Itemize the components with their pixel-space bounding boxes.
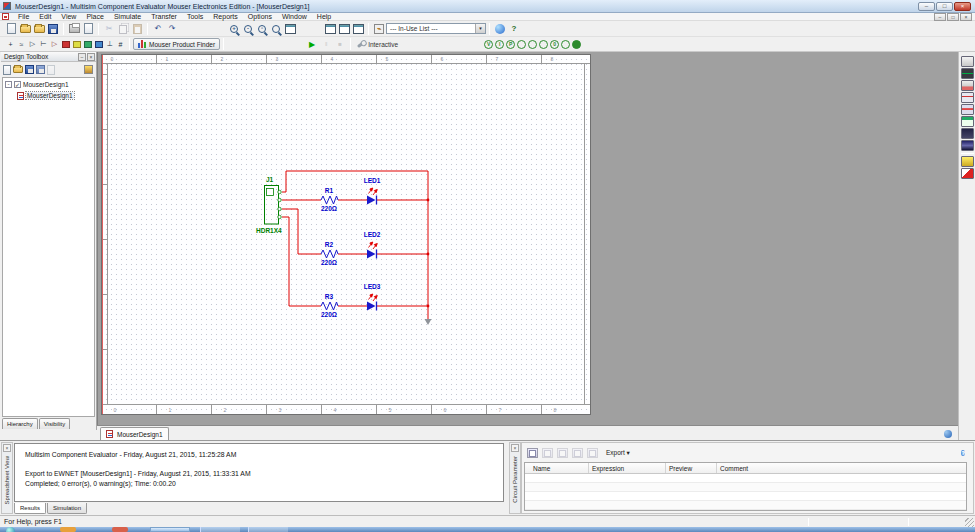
menu-view[interactable]: View [56, 13, 81, 21]
probe-ref-voltage-icon[interactable] [539, 40, 548, 49]
probe-digital-icon[interactable]: 0 [550, 40, 559, 49]
menu-transfer[interactable]: Transfer [146, 13, 182, 21]
wattmeter-button[interactable] [961, 80, 974, 91]
logic-analyzer-button[interactable] [961, 140, 974, 151]
taskbar-item[interactable] [200, 527, 240, 532]
zoom-full-button[interactable] [283, 22, 297, 36]
place-indicator-button[interactable] [93, 38, 104, 50]
taskbar-item[interactable] [60, 527, 76, 532]
open-design-icon[interactable] [13, 66, 23, 73]
place-basic-button[interactable]: ≈ [16, 38, 27, 50]
menu-reports[interactable]: Reports [208, 13, 243, 21]
toggle-design-toolbox-button[interactable] [323, 22, 337, 36]
delete-icon[interactable] [47, 65, 55, 75]
zoom-fit-button[interactable] [269, 22, 283, 36]
place-cmos-button[interactable] [71, 38, 82, 50]
probe-voltage-icon[interactable]: V [484, 40, 493, 49]
column-expression[interactable]: Expression [592, 463, 624, 474]
add-parameter-button[interactable] [527, 448, 538, 458]
probe-volt-current-icon[interactable] [528, 40, 537, 49]
mdi-document-icon[interactable] [2, 13, 9, 20]
mdi-restore-button[interactable]: □ [947, 13, 959, 21]
tree-child-label[interactable]: MouserDesign1 [26, 92, 74, 99]
mdi-close-button[interactable]: × [960, 13, 972, 21]
menu-options[interactable]: Options [243, 13, 277, 21]
place-transistor-button[interactable]: ⊢ [38, 38, 49, 50]
probe-settings-icon[interactable] [572, 40, 581, 49]
menu-place[interactable]: Place [81, 13, 109, 21]
undo-button[interactable]: ↶ [151, 22, 165, 36]
toggle-netlist-viewer-button[interactable] [351, 22, 365, 36]
resistor-r1[interactable]: R1 220Ω [321, 187, 338, 212]
table-row[interactable] [525, 501, 966, 510]
multimeter-button[interactable] [961, 56, 974, 67]
bode-plotter-button[interactable] [961, 116, 974, 127]
tab-visibility[interactable]: Visibility [39, 418, 71, 429]
place-misc-digital-button[interactable] [82, 38, 93, 50]
menu-simulate[interactable]: Simulate [109, 13, 146, 21]
start-orb[interactable] [6, 527, 15, 532]
tree-root-row[interactable]: - ✓ MouserDesign1 [3, 80, 94, 89]
connector-j1[interactable]: J1 HDR1X4 [256, 176, 282, 234]
tree-root-label[interactable]: MouserDesign1 [23, 81, 69, 88]
probe-current-icon[interactable]: I [495, 40, 504, 49]
place-connector-button[interactable]: # [115, 38, 126, 50]
pause-simulation-button[interactable]: ‖ [319, 37, 333, 51]
table-row[interactable] [525, 474, 966, 483]
print-button[interactable] [67, 22, 81, 36]
current-clamp-button[interactable] [961, 168, 974, 179]
tree-checkbox[interactable]: ✓ [14, 81, 21, 88]
zoom-in-button[interactable]: + [227, 22, 241, 36]
results-output[interactable]: Multisim Component Evaluator - Friday, A… [14, 443, 504, 502]
four-channel-oscilloscope-button[interactable] [961, 104, 974, 115]
maximize-button[interactable]: □ [936, 2, 953, 11]
save-button[interactable] [46, 22, 60, 36]
zoom-out-button[interactable]: - [241, 22, 255, 36]
tab-results[interactable]: Results [14, 503, 46, 514]
redo-button[interactable]: ↷ [165, 22, 179, 36]
help-button[interactable]: ? [961, 450, 965, 456]
place-diode-button[interactable]: ▷ [27, 38, 38, 50]
place-analog-button[interactable]: ▷ [49, 38, 60, 50]
taskbar-item[interactable] [248, 527, 288, 532]
oscilloscope-button[interactable] [961, 92, 974, 103]
column-comment[interactable]: Comment [720, 463, 748, 474]
table-row[interactable] [525, 483, 966, 492]
cut-button[interactable]: ✂ [102, 22, 116, 36]
circuit-parameters-close-button[interactable]: × [511, 444, 519, 452]
labview-instrument-button[interactable] [961, 156, 974, 167]
new-sheet-icon[interactable] [3, 65, 11, 75]
tab-hierarchy[interactable]: Hierarchy [2, 418, 38, 429]
new-button[interactable] [4, 22, 18, 36]
open-sample-button[interactable] [32, 22, 46, 36]
taskbar-item-active[interactable] [150, 527, 190, 532]
stop-simulation-button[interactable]: ■ [333, 37, 347, 51]
design-settings-icon[interactable] [84, 65, 93, 74]
zoom-area-button[interactable]: ▫ [255, 22, 269, 36]
minimize-button[interactable]: – [918, 2, 935, 11]
probe-clamp-icon[interactable] [561, 40, 570, 49]
in-use-list-button[interactable]: ⌁ [372, 22, 386, 36]
toggle-spreadsheet-view-button[interactable] [337, 22, 351, 36]
close-button[interactable]: × [954, 2, 971, 11]
panel-minimize-button[interactable]: – [78, 53, 86, 61]
tab-bar-globe-icon[interactable] [944, 430, 952, 438]
panel-close-button[interactable]: × [87, 53, 95, 61]
in-use-list-select[interactable]: --- In-Use List --- ▼ [386, 23, 486, 34]
menu-window[interactable]: Window [277, 13, 312, 21]
mouser-product-finder-button[interactable]: Mouser Product Finder [133, 38, 220, 50]
schematic-canvas[interactable]: 0 1 2 3 4 5 6 7 8 0 1 2 3 4 5 6 7 8 [97, 52, 958, 425]
move-up-button[interactable] [557, 448, 568, 458]
probe-diff-voltage-icon[interactable] [517, 40, 526, 49]
table-row[interactable] [525, 492, 966, 501]
resistor-r3[interactable]: R3 220Ω [321, 293, 338, 318]
menu-file[interactable]: File [13, 13, 34, 21]
resistor-r2[interactable]: R2 220Ω [321, 241, 338, 266]
tree-expander-icon[interactable]: - [5, 81, 12, 88]
save-design-icon[interactable] [25, 65, 34, 74]
menu-edit[interactable]: Edit [34, 13, 56, 21]
column-name[interactable]: Name [533, 463, 550, 474]
probe-power-icon[interactable]: P [506, 40, 515, 49]
context-help-button[interactable]: ? [507, 22, 521, 36]
delete-parameter-button[interactable] [542, 448, 553, 458]
